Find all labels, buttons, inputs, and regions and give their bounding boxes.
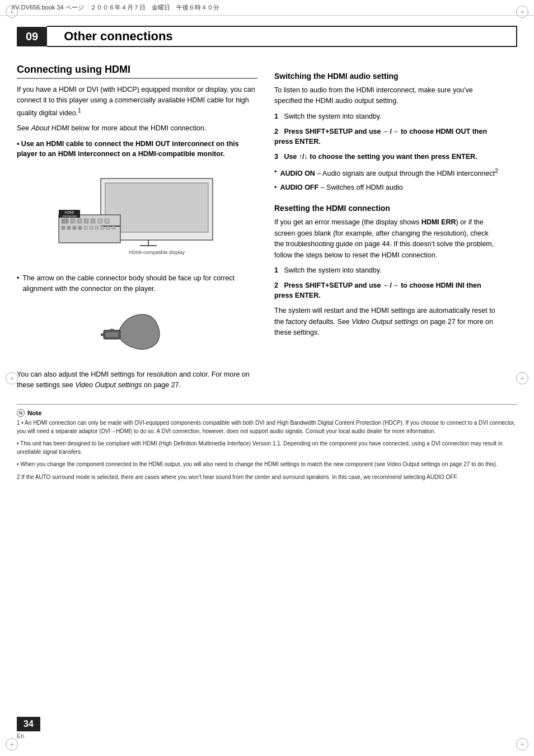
svg-rect-26 — [112, 226, 115, 229]
reg-mark-tr — [516, 6, 528, 18]
note-1b: • This unit has been designed to be comp… — [17, 440, 517, 456]
reg-mark-br — [516, 738, 528, 750]
left-column: Connecting using HDMI If you have a HDMI… — [17, 64, 257, 395]
note-section: N Note 1 • An HDMI connection can only b… — [17, 404, 517, 481]
svg-rect-8 — [77, 219, 82, 223]
page-number-area: 34 En — [17, 717, 40, 739]
footnote-ref-2: 2 — [495, 168, 498, 174]
reg-mark-ml — [6, 372, 18, 384]
svg-text:connector: connector — [62, 214, 77, 218]
hdmi-connection-diagram: HDMI-compatible display HDMI connector — [56, 173, 218, 260]
bold-hdmi-note: • Use an HDMI cable to connect the HDMI … — [17, 139, 257, 160]
svg-rect-28 — [105, 332, 119, 337]
reset-paragraph-2: The system will restart and the HDMI set… — [274, 306, 498, 338]
reset-step2: 2 Press SHIFT+SETUP and use ←/→ to choos… — [274, 280, 498, 302]
svg-rect-9 — [84, 219, 88, 223]
switching-step3: 3 Use ↑/↓ to choose the setting you want… — [274, 152, 498, 162]
svg-rect-22 — [90, 226, 93, 229]
reg-mark-tl — [6, 6, 18, 18]
switching-title: Switching the HDMI audio setting — [274, 72, 498, 81]
svg-rect-18 — [67, 226, 71, 229]
note-1: 1 • An HDMI connection can only be made … — [17, 419, 517, 435]
svg-rect-24 — [101, 226, 104, 229]
top-meta-bar: XV-DV656.book 34 ページ ２００６年４月７日 金曜日 午後６時４… — [0, 0, 534, 16]
resetting-paragraph-1: If you get an error message (the display… — [274, 217, 498, 261]
page-lang: En — [17, 732, 40, 739]
intro-paragraph-1: If you have a HDMI or DVI (with HDCP) eq… — [17, 84, 257, 119]
about-hdmi-link: About HDMI — [31, 124, 69, 132]
audio-off-bullet: • AUDIO OFF – Switches off HDMI audio — [274, 182, 498, 193]
chapter-title: Other connections — [47, 26, 517, 47]
main-content: Connecting using HDMI If you have a HDMI… — [17, 64, 517, 395]
reg-mark-mr — [516, 372, 528, 384]
chapter-number: 09 — [17, 27, 47, 46]
chapter-header: 09 Other connections — [17, 26, 517, 47]
intro-paragraph-2: See About HDMI below for more about the … — [17, 123, 257, 134]
file-info: XV-DV656.book 34 ページ ２００６年４月７日 金曜日 午後６時４… — [11, 3, 219, 12]
note-icon: N — [17, 409, 25, 417]
svg-rect-17 — [62, 226, 65, 229]
svg-rect-11 — [98, 219, 102, 223]
svg-rect-12 — [105, 219, 109, 223]
left-section-title: Connecting using HDMI — [17, 64, 257, 79]
page-number: 34 — [17, 717, 40, 731]
svg-rect-10 — [91, 219, 95, 223]
footnote-ref-1: 1 — [78, 107, 81, 114]
svg-rect-6 — [62, 219, 68, 223]
bullet-cable-note: • The arrow on the cable connector body … — [17, 273, 257, 294]
page-container: XV-DV656.book 34 ページ ２００６年４月７日 金曜日 午後６時４… — [0, 0, 534, 756]
resolution-paragraph: You can also adjust the HDMI settings fo… — [17, 369, 257, 391]
svg-rect-21 — [84, 226, 87, 229]
cable-diagram-area — [17, 302, 257, 361]
reset-step1: 1 Switch the system into standby. — [274, 265, 498, 276]
switching-step2: 2 Press SHIFT+SETUP and use ←/→ to choos… — [274, 126, 498, 148]
svg-rect-7 — [71, 219, 75, 223]
svg-text:HDMI: HDMI — [65, 210, 74, 214]
hdmi-diagram-area: HDMI-compatible display HDMI connector — [17, 167, 257, 265]
svg-rect-25 — [106, 226, 110, 229]
note-1c: • When you change the component connecte… — [17, 461, 517, 469]
switching-intro: To listen to audio from the HDMI interco… — [274, 85, 498, 107]
svg-rect-19 — [73, 226, 76, 229]
reg-mark-bl — [6, 738, 18, 750]
audio-on-bullet: • AUDIO ON – Audio signals are output th… — [274, 167, 498, 179]
right-column: Switching the HDMI audio setting To list… — [274, 64, 498, 395]
svg-text:HDMI-compatible display: HDMI-compatible display — [129, 250, 185, 255]
svg-rect-23 — [95, 226, 99, 229]
resetting-title: Resetting the HDMI connection — [274, 204, 498, 213]
hdmi-cable-diagram — [101, 307, 174, 357]
note-header: N Note — [17, 409, 517, 417]
switching-step1: 1 Switch the system into standby. — [274, 111, 498, 122]
svg-rect-20 — [78, 226, 82, 229]
note-2: 2 If the AUTO surround mode is selected,… — [17, 473, 517, 482]
